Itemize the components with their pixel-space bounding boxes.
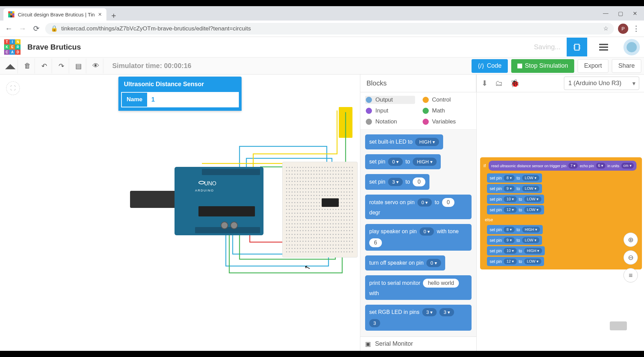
set-pin-block[interactable]: set pin10 ▾toHIGH ▾ <box>487 246 545 255</box>
stop-simulation-button[interactable]: Stop Simulation <box>511 59 574 73</box>
set-pin-block[interactable]: set pin9 ▾toLOW ▾ <box>487 184 542 193</box>
category-input[interactable]: Input <box>365 107 415 115</box>
circuit-workspace[interactable]: ⛶ Ultrasonic Distance Sensor Name <box>0 75 360 351</box>
palette-block[interactable]: set built-in LED toHIGH ▾ <box>365 134 443 149</box>
list-icon <box>599 44 608 51</box>
simulator-time: Simulator time: 00:00:16 <box>112 62 191 70</box>
close-window-icon[interactable]: ✕ <box>633 10 637 17</box>
new-tab-button[interactable]: + <box>106 11 121 21</box>
zoom-out-button[interactable]: ⊖ <box>623 250 638 265</box>
set-pin-block[interactable]: set pin10 ▾toLOW ▾ <box>487 195 544 204</box>
tab-title: Circuit design Brave Bruticus | Tin <box>18 12 95 17</box>
reload-icon[interactable]: ⟳ <box>31 24 41 34</box>
horizontal-scrollbar[interactable] <box>610 321 627 330</box>
board-label: UNOARDUINO <box>195 181 216 193</box>
tinkercad-favicon-icon <box>8 11 14 17</box>
library-icon[interactable]: 🗂 <box>495 79 503 88</box>
components-list-button[interactable] <box>593 38 614 56</box>
user-avatar[interactable] <box>623 39 640 55</box>
close-tab-icon[interactable]: × <box>98 11 102 18</box>
saving-status: Saving... <box>534 43 561 51</box>
component-motor-top[interactable] <box>339 107 352 138</box>
notes-button[interactable]: ▤ <box>71 58 86 74</box>
app-header: TIN KER CAD Brave Bruticus Saving... <box>0 37 644 57</box>
tinkercad-logo-icon[interactable]: TIN KER CAD <box>4 39 21 55</box>
sensor-read-block[interactable]: read ultrasonic distance sensor on trigg… <box>489 161 636 171</box>
inspector-title: Ultrasonic Distance Sensor <box>118 77 242 92</box>
category-dot-icon <box>366 108 372 114</box>
category-control[interactable]: Control <box>422 96 472 104</box>
serial-monitor-icon: ▣ <box>365 340 371 348</box>
category-dot-icon <box>366 97 372 103</box>
canvas-area: ⛶ Ultrasonic Distance Sensor Name <box>0 75 644 351</box>
chip-icon <box>572 43 581 52</box>
name-field-label: Name <box>121 92 147 107</box>
palette-block[interactable]: set RGB LED in pins3 ▾3 ▾3 <box>365 305 472 331</box>
code-icon: ⟨/⟩ <box>478 62 484 70</box>
set-pin-block[interactable]: set pin12 ▾toLOW ▾ <box>487 257 544 266</box>
mouse-cursor-icon: ↖ <box>303 263 311 272</box>
back-icon[interactable]: ← <box>4 24 14 34</box>
if-block[interactable]: if read ultrasonic distance sensor on tr… <box>480 157 642 269</box>
browser-menu-icon[interactable]: ⋮ <box>632 24 640 33</box>
svg-rect-7 <box>599 44 608 45</box>
arduino-uno[interactable]: UNOARDUINO <box>130 167 281 239</box>
fit-view-icon[interactable]: ⛶ <box>6 81 20 95</box>
set-pin-block[interactable]: set pin9 ▾toLOW ▾ <box>487 236 542 245</box>
usb-cable <box>130 191 181 208</box>
address-bar: ← → ⟳ 🔒 tinkercad.com/things/aZ7bVcZyOTm… <box>0 21 644 37</box>
bookmark-star-icon[interactable]: ☆ <box>603 25 608 32</box>
palette-block[interactable]: print to serial monitorhello worldwith <box>365 275 472 300</box>
device-select[interactable]: 1 (Arduino Uno R3) <box>564 77 639 90</box>
blocks-panel-title[interactable]: Blocks <box>360 75 476 92</box>
name-field-input[interactable] <box>147 92 239 107</box>
debug-icon[interactable]: 🐞 <box>510 79 519 88</box>
rotate-component-button[interactable]: ◢◣ <box>3 58 18 74</box>
url-text: tinkercad.com/things/aZ7bVcZyOTm-brave-b… <box>61 25 251 32</box>
undo-button[interactable]: ↶ <box>37 58 52 74</box>
set-pin-block[interactable]: set pin8 ▾toHIGH ▾ <box>487 225 543 234</box>
document-title[interactable]: Brave Bruticus <box>27 43 81 52</box>
category-variables[interactable]: Variables <box>422 118 472 126</box>
code-button[interactable]: ⟨/⟩ Code <box>472 59 508 73</box>
svg-rect-9 <box>599 49 608 51</box>
code-blocks-panel: Blocks OutputControlInputMathNotationVar… <box>360 75 476 351</box>
maximize-icon[interactable]: ▢ <box>618 10 623 17</box>
svg-rect-0 <box>575 44 579 50</box>
lock-icon: 🔒 <box>51 25 58 32</box>
delete-button[interactable]: 🗑 <box>20 58 35 74</box>
category-dot-icon <box>423 97 429 103</box>
palette-block[interactable]: play speaker on pin0 ▾with tone6 <box>365 224 472 251</box>
visibility-button[interactable]: 👁 <box>88 58 103 74</box>
download-icon[interactable]: ⬇ <box>481 79 488 88</box>
profile-avatar[interactable]: P <box>618 24 628 34</box>
palette-block[interactable]: turn off speaker on pin0 ▾ <box>365 255 445 270</box>
set-pin-block[interactable]: set pin12 ▾toLOW ▾ <box>487 205 544 214</box>
svg-rect-8 <box>599 47 608 48</box>
zoom-fit-button[interactable]: ≡ <box>623 268 638 282</box>
url-field[interactable]: 🔒 tinkercad.com/things/aZ7bVcZyOTm-brave… <box>45 23 614 35</box>
breadboard[interactable] <box>282 162 358 257</box>
component-inspector: Ultrasonic Distance Sensor Name <box>118 77 242 111</box>
script-canvas[interactable]: if read ultrasonic distance sensor on tr… <box>477 92 644 351</box>
share-button[interactable]: Share <box>612 59 641 73</box>
ic-chip-l293d[interactable] <box>322 198 339 207</box>
category-math[interactable]: Math <box>422 107 472 115</box>
export-button[interactable]: Export <box>578 59 608 73</box>
forward-icon: → <box>18 24 27 34</box>
palette-block[interactable]: set pin0 ▾toHIGH ▾ <box>365 154 441 169</box>
category-dot-icon <box>423 108 429 114</box>
minimize-icon[interactable]: — <box>603 10 608 17</box>
zoom-in-button[interactable]: ⊕ <box>623 233 638 247</box>
redo-button[interactable]: ↷ <box>54 58 69 74</box>
serial-monitor-toggle[interactable]: ▣ Serial Monitor <box>360 336 476 351</box>
browser-tab[interactable]: Circuit design Brave Bruticus | Tin × <box>3 8 106 21</box>
editor-toolbar: ◢◣ 🗑 ↶ ↷ ▤ 👁 Simulator time: 00:00:16 ⟨/… <box>0 57 644 75</box>
set-pin-block[interactable]: set pin8 ▾toLOW ▾ <box>487 173 542 183</box>
circuit-view-button[interactable] <box>567 38 587 56</box>
category-dot-icon <box>423 119 429 125</box>
category-notation[interactable]: Notation <box>365 118 415 126</box>
palette-block[interactable]: rotate servo on pin0 ▾to0degr <box>365 195 472 219</box>
palette-block[interactable]: set pin3 ▾to0 <box>365 174 429 190</box>
category-output[interactable]: Output <box>365 96 415 104</box>
